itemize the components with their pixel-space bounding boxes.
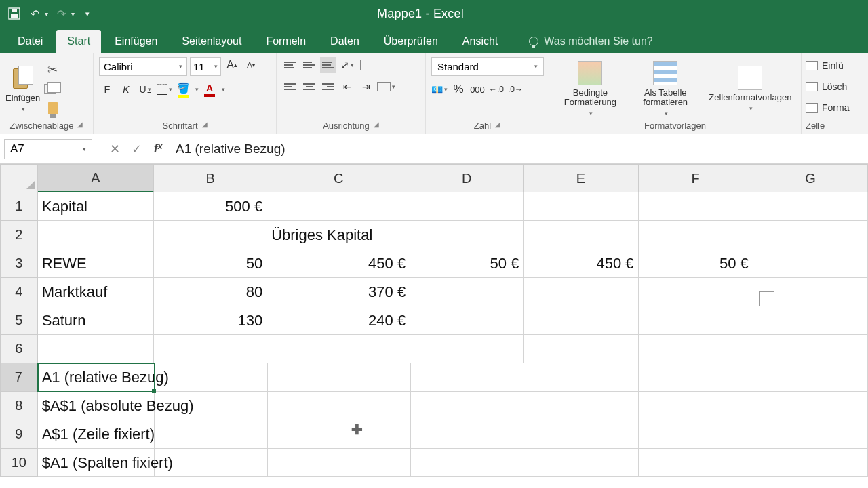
font-color-button[interactable]: A <box>201 81 218 98</box>
format-as-table-button[interactable]: Als Tabelle formatieren▾ <box>630 61 701 117</box>
cell-D8[interactable] <box>411 392 524 420</box>
cell-A4[interactable]: Marktkauf <box>38 278 154 306</box>
align-left-button[interactable] <box>282 79 298 95</box>
col-header-B[interactable]: B <box>154 164 267 192</box>
paste-button[interactable]: Einfügen ▾ <box>5 66 40 113</box>
cell-A6[interactable] <box>38 335 154 363</box>
number-launcher-icon[interactable]: ◢ <box>495 121 500 131</box>
cell-E8[interactable] <box>524 392 639 420</box>
col-header-D[interactable]: D <box>410 164 524 192</box>
align-right-button[interactable] <box>320 79 336 95</box>
cut-button[interactable]: ✂ <box>44 62 61 78</box>
decrease-indent-button[interactable]: ⇤ <box>339 79 355 95</box>
cell-F7[interactable] <box>639 363 753 392</box>
cell-D6[interactable] <box>410 335 524 363</box>
cell-F8[interactable] <box>639 392 753 420</box>
cell-E2[interactable] <box>524 221 638 249</box>
cell-A3[interactable]: REWE <box>38 249 154 278</box>
redo-icon[interactable]: ↷ <box>54 6 68 21</box>
cell-E9[interactable] <box>524 420 639 449</box>
tell-me-search[interactable]: Was möchten Sie tun? <box>518 30 663 53</box>
customize-qat-icon[interactable]: ▾ <box>80 6 95 21</box>
cell-C4[interactable]: 370 € <box>267 278 410 306</box>
cancel-formula-button[interactable]: ✕ <box>104 142 125 157</box>
clipboard-launcher-icon[interactable]: ◢ <box>77 121 83 131</box>
cell-D10[interactable] <box>411 449 524 477</box>
cell-A10[interactable]: $A1 (Spalten fixiert) <box>38 449 155 477</box>
italic-button[interactable]: K <box>118 81 134 98</box>
cell-B8[interactable] <box>155 392 268 420</box>
align-center-button[interactable] <box>301 79 317 95</box>
name-box[interactable]: A7▾ <box>4 139 92 159</box>
copy-button[interactable]: ▾ <box>44 81 61 97</box>
percent-format-button[interactable]: % <box>450 81 467 98</box>
tab-data[interactable]: Daten <box>319 30 370 53</box>
paste-dropdown-icon[interactable]: ▾ <box>22 106 25 113</box>
cell-D9[interactable] <box>411 420 524 449</box>
font-launcher-icon[interactable]: ◢ <box>202 121 208 131</box>
font-color-dropdown-icon[interactable]: ▾ <box>222 86 225 93</box>
cell-F10[interactable] <box>639 449 753 477</box>
cell-A2[interactable] <box>38 221 154 249</box>
cell-E1[interactable] <box>524 192 638 221</box>
cell-B2[interactable] <box>154 221 267 249</box>
cell-A9[interactable]: A$1 (Zeile fixiert) <box>38 420 155 449</box>
align-bottom-button[interactable] <box>320 57 336 73</box>
cell-C6[interactable] <box>267 335 410 363</box>
cell-F1[interactable] <box>639 192 753 221</box>
enter-formula-button[interactable]: ✓ <box>125 142 147 157</box>
tab-file[interactable]: Datei <box>7 30 54 53</box>
fill-color-dropdown-icon[interactable]: ▾ <box>195 86 199 93</box>
row-header-2[interactable]: 2 <box>0 221 38 249</box>
cell-E4[interactable] <box>524 278 638 306</box>
tab-view[interactable]: Ansicht <box>452 30 509 53</box>
cell-B7[interactable] <box>155 363 268 392</box>
cell-A7[interactable]: A1 (relative Bezug) <box>38 363 155 392</box>
cell-G9[interactable] <box>753 420 868 449</box>
cell-C10[interactable] <box>268 449 411 477</box>
cell-F2[interactable] <box>639 221 753 249</box>
cell-C7[interactable] <box>268 363 411 392</box>
orientation-button[interactable]: ⤢▾ <box>339 57 355 73</box>
cell-D2[interactable] <box>410 221 524 249</box>
cell-E7[interactable] <box>524 363 639 392</box>
cell-F4[interactable] <box>639 278 753 306</box>
cell-E6[interactable] <box>524 335 638 363</box>
cell-F9[interactable] <box>639 420 753 449</box>
cell-C9[interactable] <box>268 420 411 449</box>
cell-G2[interactable] <box>753 221 868 249</box>
row-header-5[interactable]: 5 <box>0 306 38 335</box>
row-header-8[interactable]: 8 <box>0 392 38 420</box>
undo-icon[interactable]: ↶ <box>27 6 42 21</box>
cell-F5[interactable] <box>639 306 753 335</box>
delete-cells-button[interactable]: Lösch <box>806 78 849 95</box>
row-header-3[interactable]: 3 <box>0 249 38 278</box>
format-cells-button[interactable]: Forma <box>806 100 849 117</box>
cell-G7[interactable] <box>753 363 868 392</box>
col-header-E[interactable]: E <box>524 164 638 192</box>
cell-B4[interactable]: 80 <box>154 278 267 306</box>
bold-button[interactable]: F <box>99 81 115 98</box>
cell-D5[interactable] <box>410 306 524 335</box>
undo-dropdown-icon[interactable]: ▾ <box>45 10 48 18</box>
cell-D4[interactable] <box>410 278 524 306</box>
cell-E3[interactable]: 450 € <box>524 249 638 278</box>
underline-button[interactable]: U▾ <box>137 81 153 98</box>
cell-B6[interactable] <box>154 335 267 363</box>
cell-A1[interactable]: Kapital <box>38 192 154 221</box>
col-header-G[interactable]: G <box>753 164 868 192</box>
cell-B1[interactable]: 500 € <box>154 192 267 221</box>
insert-cells-button[interactable]: Einfü <box>806 57 849 74</box>
cell-D7[interactable] <box>411 363 524 392</box>
insert-function-button[interactable]: fx <box>147 142 169 156</box>
cell-E10[interactable] <box>524 449 639 477</box>
tab-review[interactable]: Überprüfen <box>373 30 449 53</box>
cell-C3[interactable]: 450 € <box>267 249 410 278</box>
col-header-C[interactable]: C <box>267 164 410 192</box>
number-format-combo[interactable]: Standard▾ <box>431 57 544 76</box>
decrease-decimal-button[interactable]: .0→ <box>507 81 524 98</box>
cell-E5[interactable] <box>524 306 638 335</box>
tab-home[interactable]: Start <box>56 30 101 53</box>
row-header-7[interactable]: 7 <box>0 363 38 392</box>
row-header-10[interactable]: 10 <box>0 449 38 477</box>
